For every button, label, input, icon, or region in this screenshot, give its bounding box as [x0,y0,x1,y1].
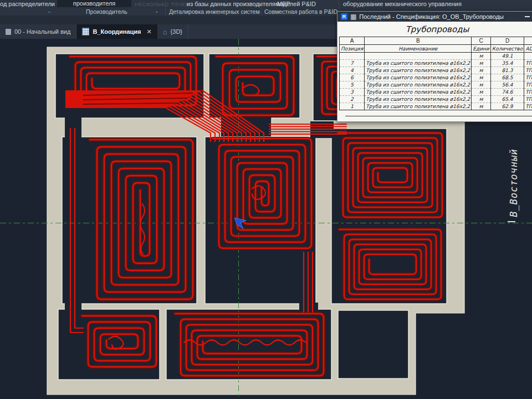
panel-label-manufacturer: Производитель [86,8,127,15]
view-tab-start[interactable]: 00 - Начальный вид [0,24,76,39]
ribbon-button-distributor[interactable]: од распределители [0,1,55,7]
table-row[interactable]: 1Труба из сшитого полиэтилена ø16х2,2м62… [340,103,532,110]
schedule-title: Трубопроводы [337,24,532,34]
panel-label-pid-collaboration: Совместная работа в P&ID [264,8,337,15]
column-letter-row: ABCDE [340,37,532,45]
table-row[interactable]: 4Труба из сшитого полиэтилена ø16х2,2м81… [340,67,532,74]
revit-logo-icon: R [341,13,347,20]
table-row[interactable]: 5Труба из сшитого полиэтилена ø16х2,2м56… [340,81,532,89]
table-row[interactable]: м49.1 [340,53,532,60]
room-bottom-right[interactable] [338,310,408,378]
schedule-body: Трубопроводы ABCDE ПозицияНаименованиеЕд… [337,22,532,121]
column-header-row: ПозицияНаименованиеЕдиниКоличествоADSK_П… [340,45,532,53]
view-tab-label: В_Координация [93,28,141,35]
ribbon-button-mep-database[interactable]: из базы данных производителя MEP [187,1,290,7]
panel-expand-icon[interactable]: ⌄ [47,8,52,14]
table-row[interactable]: 2Труба из сшитого полиэтилена ø16х2,2м65… [340,96,532,103]
schedule-table[interactable]: ABCDE ПозицияНаименованиеЕдиниКоличество… [339,37,532,110]
schedule-end-line [345,116,532,116]
table-row[interactable]: 6Труба из сшитого полиэтилена ø16х2,2м68… [340,74,532,81]
ribbon-button-multiple-points: НЕСКОЛЬКО ТОЧЕК [135,1,188,7]
schedule-icon: ▦ [350,13,356,20]
ribbon-button-pid-models[interactable]: моделей P&ID [275,1,316,7]
view-tab-coordination[interactable]: В_Координация ✕ [76,24,157,39]
schedule-rows[interactable]: м49.17Труба из сшитого полиэтилена ø16х2… [340,53,532,110]
view-tab-3d[interactable]: ⌂ {3D} [157,24,188,39]
table-row[interactable]: 7Труба из сшитого полиэтилена ø16х2,2м35… [340,60,532,67]
home-icon: ⌂ [163,28,167,35]
panel-expand-icon[interactable]: ⌄ [155,8,159,14]
window-title: Последний - Спецификация: О_ОВ_Трубопров… [359,13,522,20]
minimize-icon[interactable] [525,16,530,17]
plan-view-icon [82,28,89,35]
panel-label-fabrication: Деталировка инженерных систем [169,8,260,15]
view-tab-label: 00 - Начальный вид [14,28,70,35]
panel-expand-icon[interactable]: ⌄ [332,8,336,14]
table-row[interactable]: 3Труба из сшитого полиэтилена ø16х2,2м74… [340,89,532,96]
view-tab-label: {3D} [171,28,182,35]
ribbon-button-mechanical-equipment[interactable]: оборудование механического управления [343,1,462,7]
elevation-label[interactable]: В_Восточный [508,149,519,217]
panel-separator [165,1,166,16]
close-tab-icon[interactable]: ✕ [147,28,152,35]
schedule-window-titlebar[interactable]: R ▦ Последний - Спецификация: О_ОВ_Трубо… [337,12,532,22]
panel-separator [261,1,262,16]
ribbon-button-manufacturer-part[interactable]: производителя [57,0,131,7]
schedule-window[interactable]: R ▦ Последний - Спецификация: О_ОВ_Трубо… [337,11,532,122]
view-icon [6,29,11,35]
revit-application-window: од распределители производителя НЕСКОЛЬК… [0,0,532,399]
